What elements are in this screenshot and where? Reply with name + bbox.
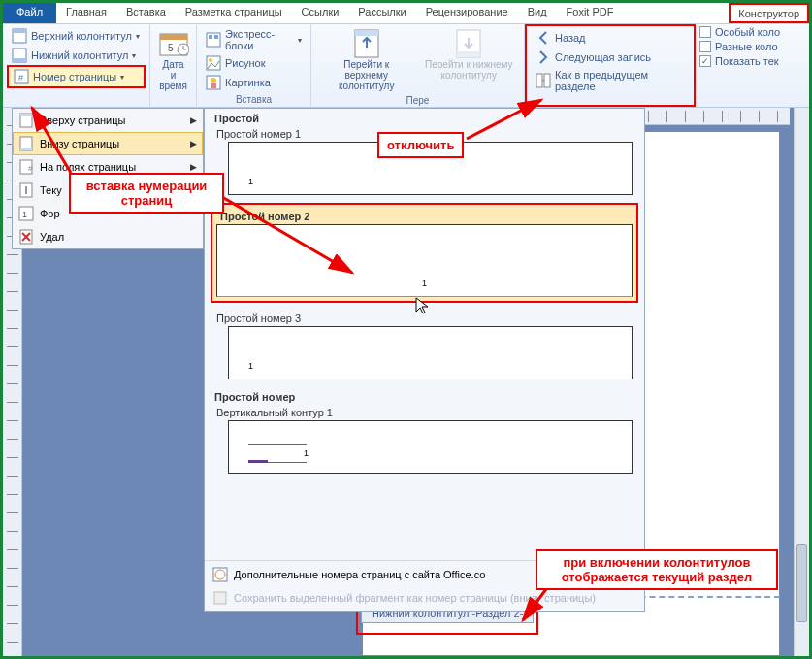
tab-file[interactable]: Файл bbox=[3, 3, 56, 23]
tab-refs[interactable]: Ссылки bbox=[292, 3, 349, 23]
checkbox-icon bbox=[699, 41, 711, 52]
svg-rect-13 bbox=[209, 35, 212, 39]
gallery-section-simple: Простой bbox=[207, 109, 642, 126]
ribbon-tabs: Файл Главная Вставка Разметка страницы С… bbox=[3, 3, 809, 24]
tab-layout[interactable]: Разметка страницы bbox=[176, 3, 292, 23]
page-bottom-icon bbox=[18, 136, 34, 151]
save-icon bbox=[212, 590, 228, 606]
page-number-button[interactable]: # Номер страницы▾ bbox=[7, 65, 146, 88]
special-first-checkbox[interactable]: Особый коло bbox=[699, 26, 780, 38]
annotation-insert: вставка нумерации страниц bbox=[69, 173, 224, 214]
svg-point-16 bbox=[209, 58, 212, 62]
gallery-item-label: Вертикальный контур 1 bbox=[207, 405, 642, 420]
menu-bottom-of-page[interactable]: Внизу страницы▶ bbox=[13, 132, 203, 155]
nav-back-button[interactable]: Назад bbox=[531, 28, 690, 48]
page-number-gallery: Простой Простой номер 1 1 Простой номер … bbox=[204, 108, 645, 612]
svg-rect-3 bbox=[13, 58, 26, 62]
diff-pages-checkbox[interactable]: Разные коло bbox=[699, 41, 780, 52]
show-text-checkbox[interactable]: ✓Показать тек bbox=[699, 55, 780, 67]
gallery-item-simple2[interactable]: Простой номер 2 1 bbox=[211, 203, 638, 303]
tab-mail[interactable]: Рассылки bbox=[348, 3, 415, 23]
goto-header-button[interactable]: Перейти к верхнему колонтитулу bbox=[315, 26, 418, 93]
tab-constructor[interactable]: Конструктор bbox=[729, 3, 809, 23]
cursor-pos-icon bbox=[18, 182, 34, 198]
svg-rect-42 bbox=[214, 592, 226, 604]
checkbox-icon bbox=[699, 26, 711, 38]
svg-rect-14 bbox=[214, 35, 218, 39]
annotation-disable: отключить bbox=[377, 132, 464, 158]
annotation-section: при включении колонтитулов отображается … bbox=[536, 549, 778, 590]
svg-rect-21 bbox=[355, 30, 378, 36]
tab-home[interactable]: Главная bbox=[56, 3, 116, 23]
picture-icon bbox=[206, 55, 221, 71]
svg-rect-19 bbox=[211, 83, 216, 88]
svg-rect-23 bbox=[457, 51, 480, 57]
svg-rect-7 bbox=[160, 34, 187, 40]
nav-group-label: Пере bbox=[311, 93, 524, 106]
page-margins-icon: # bbox=[18, 159, 34, 175]
gallery-item-simple3[interactable]: 1 bbox=[228, 326, 633, 379]
link-icon bbox=[536, 73, 551, 88]
svg-text:1: 1 bbox=[22, 210, 27, 219]
nav-next-icon bbox=[536, 49, 551, 65]
menu-top-of-page[interactable]: Вверху страницы▶ bbox=[13, 109, 203, 132]
gallery-item-label: Простой номер 2 bbox=[216, 209, 633, 224]
blocks-icon bbox=[206, 32, 221, 48]
svg-text:#: # bbox=[28, 164, 33, 173]
gallery-item-vert1[interactable] bbox=[228, 420, 633, 474]
clipart-icon bbox=[206, 75, 221, 90]
tab-insert[interactable]: Вставка bbox=[116, 3, 176, 23]
datetime-button[interactable]: 5 Дата и время bbox=[154, 26, 192, 93]
header-icon bbox=[12, 28, 27, 44]
scrollbar-vertical[interactable] bbox=[794, 108, 809, 656]
tab-view[interactable]: Вид bbox=[518, 3, 557, 23]
goto-bottom-icon bbox=[453, 28, 484, 59]
goto-top-icon bbox=[351, 28, 382, 59]
link-previous-button[interactable]: Как в предыдущем разделе bbox=[531, 67, 690, 94]
calendar-icon: 5 bbox=[158, 28, 189, 59]
svg-point-18 bbox=[211, 78, 216, 83]
scrollbar-thumb[interactable] bbox=[796, 544, 807, 622]
clipart-button[interactable]: Картинка bbox=[201, 73, 307, 92]
svg-rect-1 bbox=[13, 29, 26, 33]
goto-footer-button: Перейти к нижнему колонтитулу bbox=[418, 26, 521, 82]
page-number-icon: # bbox=[14, 69, 29, 84]
format-icon: 1 bbox=[18, 206, 34, 221]
checkbox-checked-icon: ✓ bbox=[699, 55, 711, 67]
tab-foxit[interactable]: Foxit PDF bbox=[557, 3, 624, 23]
office-icon bbox=[212, 567, 228, 582]
footer-icon bbox=[12, 48, 27, 63]
svg-rect-25 bbox=[544, 74, 550, 87]
header-button[interactable]: Верхний колонтитул▾ bbox=[7, 26, 146, 46]
footer-button[interactable]: Нижний колонтитул▾ bbox=[7, 46, 146, 65]
svg-rect-30 bbox=[20, 148, 32, 150]
svg-text:5: 5 bbox=[168, 43, 174, 53]
express-blocks-button[interactable]: Экспресс-блоки▾ bbox=[201, 26, 307, 53]
svg-rect-24 bbox=[536, 74, 542, 87]
menu-delete-numbers[interactable]: Удал bbox=[13, 225, 203, 248]
picture-button[interactable]: Рисунок bbox=[201, 53, 307, 73]
svg-rect-28 bbox=[20, 114, 32, 116]
page-top-icon bbox=[18, 113, 34, 128]
svg-text:#: # bbox=[18, 73, 23, 82]
tab-review[interactable]: Рецензирование bbox=[416, 3, 518, 23]
delete-icon bbox=[18, 229, 34, 245]
insert-group-label: Вставка bbox=[201, 92, 307, 105]
nav-next-button[interactable]: Следующая запись bbox=[531, 48, 690, 67]
gallery-section-plain: Простой номер bbox=[207, 387, 642, 405]
nav-back-icon bbox=[536, 30, 551, 46]
ribbon: Верхний колонтитул▾ Нижний колонтитул▾ #… bbox=[3, 24, 809, 108]
mouse-cursor-icon bbox=[415, 297, 431, 320]
